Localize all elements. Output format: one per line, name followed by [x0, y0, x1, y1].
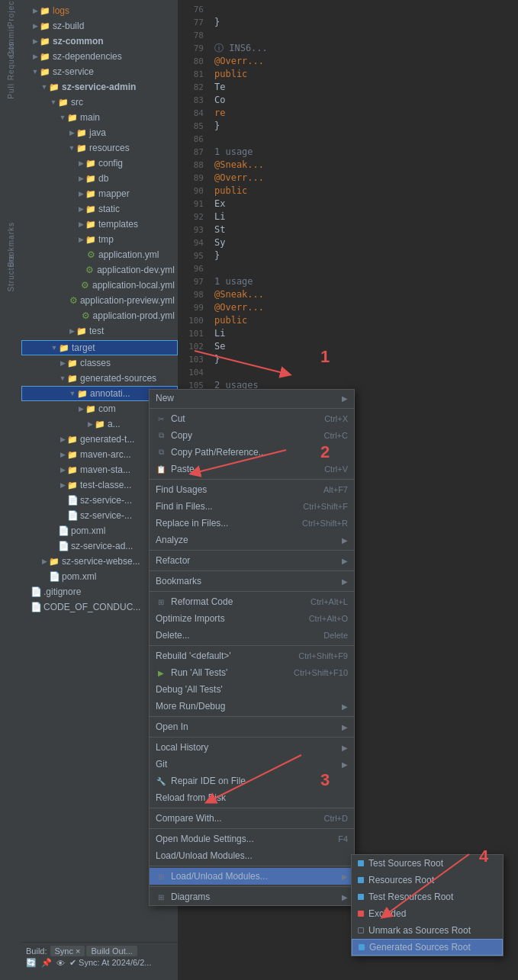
tree-item-application-preview[interactable]: ⚙ application-preview.yml: [21, 293, 178, 308]
tree-item-sz-service-admin[interactable]: ▼ 📁 sz-service-admin: [21, 79, 178, 95]
menu-label-rebuild: Rebuild '<default>': [156, 651, 231, 661]
code-line-101: Li: [214, 327, 512, 340]
tree-item-static[interactable]: ▶ 📁 static: [21, 201, 178, 217]
menu-item-delete[interactable]: Delete... Delete: [150, 627, 354, 644]
menu-item-copy[interactable]: ⧉ Copy Ctrl+C: [150, 427, 354, 444]
menu-item-paste[interactable]: 📋 Paste Ctrl+V: [150, 461, 354, 477]
menu-item-more-run[interactable]: More Run/Debug ▶: [150, 698, 354, 715]
tree-item-sz-build[interactable]: ▶ 📁 sz-build: [21, 18, 178, 34]
menu-label-open-module: Open Module Settings...: [156, 834, 254, 844]
tree-item-templates[interactable]: ▶ 📁 templates: [21, 217, 178, 232]
sync-pin-btn[interactable]: 📌: [41, 958, 52, 968]
tree-item-mapper[interactable]: ▶ 📁 mapper: [21, 186, 178, 201]
folder-icon-mapper: 📁: [85, 188, 96, 199]
menu-item-new[interactable]: New ▶: [150, 390, 354, 406]
menu-item-refactor[interactable]: Refactor ▶: [150, 552, 354, 569]
menu-label-bookmarks: Bookmarks: [156, 576, 201, 586]
tree-label-templates: templates: [98, 219, 138, 230]
menu-item-load-unload[interactable]: Load/Unload Modules...: [150, 847, 354, 864]
file-icon-gitignore: 📄: [31, 586, 41, 597]
menu-item-replace-in-files[interactable]: Replace in Files... Ctrl+Shift+R: [150, 515, 354, 532]
tree-item-sz-dependencies[interactable]: ▶ 📁 sz-dependencies: [21, 49, 178, 64]
menu-item-analyze[interactable]: Analyze ▶: [150, 532, 354, 548]
code-line-77: }: [214, 16, 512, 29]
tree-item-sz-service[interactable]: ▼ 📁 sz-service: [21, 64, 178, 79]
tree-item-generated-sources[interactable]: ▼ 📁 generated-sources: [21, 371, 178, 386]
arrow-annotations: ▼: [68, 389, 77, 398]
menu-item-mark-directory[interactable]: ⊞ Load/Unload Modules... ▶: [150, 868, 354, 885]
activity-structure[interactable]: Structure: [2, 264, 20, 282]
menu-item-find-in-files[interactable]: Find in Files... Ctrl+Shift+F: [150, 498, 354, 515]
folder-icon-maven-arc: 📁: [67, 449, 78, 460]
dot-test-resources-root: [358, 894, 364, 900]
submenu-item-unmark[interactable]: Unmark as Sources Root: [352, 922, 503, 939]
arrow-sz-build: ▶: [31, 21, 40, 31]
tree-item-db[interactable]: ▶ 📁 db: [21, 171, 178, 186]
file-icon-sz-service-f1: 📄: [67, 495, 78, 506]
tree-item-tmp[interactable]: ▶ 📁 tmp: [21, 232, 178, 247]
menu-label-find-usages: Find Usages: [156, 484, 207, 495]
menu-item-find-usages[interactable]: Find Usages Alt+F7: [150, 481, 354, 498]
tree-item-test[interactable]: ▶ 📁 test: [21, 323, 178, 339]
menu-label-open-in: Open In: [156, 721, 188, 732]
tree-item-java[interactable]: ▶ 📁 java: [21, 125, 178, 140]
tree-item-logs[interactable]: ▶ 📁 logs: [21, 3, 178, 18]
menu-item-reload[interactable]: Reload from Disk: [150, 789, 354, 806]
activity-project[interactable]: Project: [2, 3, 20, 21]
tab-sync[interactable]: Sync ×: [50, 946, 85, 956]
menu-label-refactor: Refactor: [156, 555, 190, 566]
tree-item-classes[interactable]: ▶ 📁 classes: [21, 355, 178, 371]
menu-label-mark-directory: Load/Unload Modules...: [171, 871, 268, 882]
sync-eye-btn[interactable]: 👁: [56, 959, 65, 968]
menu-item-run-all-tests[interactable]: ▶ Run 'All Tests' Ctrl+Shift+F10: [150, 664, 354, 681]
menu-label-git: Git: [156, 759, 167, 770]
tree-item-config[interactable]: ▶ 📁 config: [21, 156, 178, 171]
folder-icon-com: 📁: [85, 403, 96, 414]
tree-item-resources[interactable]: ▼ 📁 resources: [21, 140, 178, 156]
tree-item-src[interactable]: ▼ 📁 src: [21, 95, 178, 110]
menu-item-reformat[interactable]: ⊞ Reformat Code Ctrl+Alt+L: [150, 593, 354, 610]
menu-item-copy-path[interactable]: ⧉ Copy Path/Reference...: [150, 444, 354, 461]
tree-item-application-local[interactable]: ⚙ application-local.yml: [21, 278, 178, 293]
menu-item-debug-all-tests[interactable]: Debug 'All Tests': [150, 681, 354, 698]
menu-item-repair-ide[interactable]: 🔧 Repair IDE on File: [150, 773, 354, 789]
menu-item-cut[interactable]: ✂ Cut Ctrl+X: [150, 410, 354, 427]
diagrams-icon: ⊞: [156, 892, 166, 902]
menu-item-open-module[interactable]: Open Module Settings... F4: [150, 831, 354, 847]
tree-item-application-yml[interactable]: ⚙ application.yml: [21, 247, 178, 262]
file-icon-application-local: ⚙: [80, 280, 90, 291]
menu-label-diagrams: Diagrams: [171, 892, 210, 902]
folder-icon-generated-sources: 📁: [67, 373, 78, 384]
activity-bookmarks[interactable]: Bookmarks: [2, 235, 20, 253]
submenu-item-generated-sources-root[interactable]: Generated Sources Root: [352, 939, 503, 956]
submenu-item-excluded[interactable]: Excluded: [352, 905, 503, 922]
menu-item-diagrams[interactable]: ⊞ Diagrams ▶: [150, 888, 354, 905]
tree-item-application-dev[interactable]: ⚙ application-dev.yml: [21, 262, 178, 278]
tree-label-sz-service-ad: sz-service-ad...: [71, 541, 133, 551]
menu-label-repair-ide: Repair IDE on File: [171, 776, 246, 786]
submenu-item-test-sources[interactable]: Test Sources Root: [352, 855, 503, 872]
menu-item-rebuild[interactable]: Rebuild '<default>' Ctrl+Shift+F9: [150, 647, 354, 664]
menu-item-compare-with[interactable]: Compare With... Ctrl+D: [150, 810, 354, 827]
activity-bar: Project Commit Pull Requests Bookmarks S…: [0, 0, 21, 980]
dot-unmark: [358, 927, 364, 933]
submenu-item-resources-root[interactable]: Resources Root: [352, 872, 503, 888]
menu-item-bookmarks[interactable]: Bookmarks ▶: [150, 573, 354, 590]
arrow-config: ▶: [76, 159, 85, 168]
tree-item-target[interactable]: ▼ 📁 target: [21, 340, 178, 355]
menu-sep-10: [150, 828, 354, 829]
arrow-src: ▼: [49, 98, 58, 107]
tree-item-application-prod[interactable]: ⚙ application-prod.yml: [21, 308, 178, 323]
menu-item-git[interactable]: Git ▶: [150, 756, 354, 773]
arrow-test-classe: ▶: [58, 480, 67, 490]
submenu-item-test-resources-root[interactable]: Test Resources Root: [352, 888, 503, 905]
tab-build-out[interactable]: Build Out...: [86, 946, 137, 956]
tree-item-sz-common[interactable]: ▶ 📁 sz-common: [21, 34, 178, 49]
menu-item-local-history[interactable]: Local History ▶: [150, 739, 354, 756]
menu-item-open-in[interactable]: Open In ▶: [150, 718, 354, 735]
file-icon-application-dev: ⚙: [84, 265, 95, 275]
sync-refresh-btn[interactable]: 🔄: [26, 958, 37, 968]
menu-item-optimize-imports[interactable]: Optimize Imports Ctrl+Alt+O: [150, 610, 354, 627]
activity-pull-requests[interactable]: Pull Requests: [2, 61, 20, 79]
tree-item-main[interactable]: ▼ 📁 main: [21, 110, 178, 125]
